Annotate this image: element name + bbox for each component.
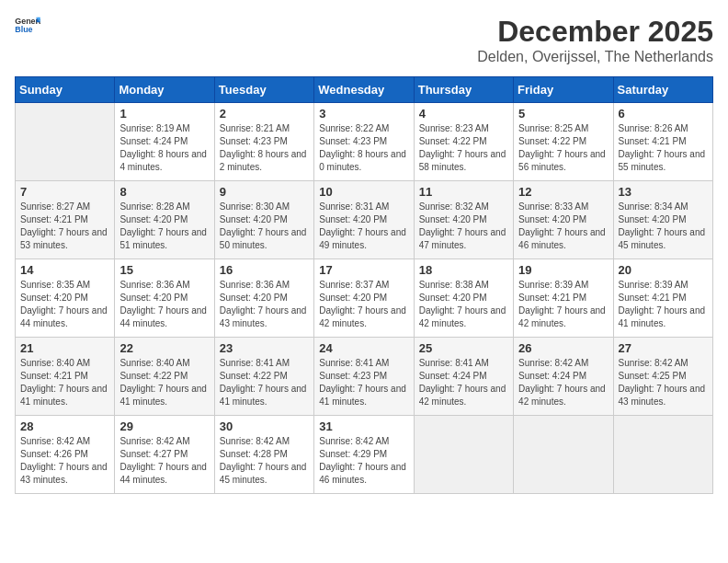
day-number: 29 <box>119 419 209 433</box>
cell-info: Sunrise: 8:36 AMSunset: 4:20 PMDaylight:… <box>119 279 209 330</box>
weekday-header-wednesday: Wednesday <box>314 77 414 103</box>
day-number: 8 <box>119 185 209 199</box>
calendar-table: SundayMondayTuesdayWednesdayThursdayFrid… <box>15 76 713 494</box>
cell-info: Sunrise: 8:42 AMSunset: 4:27 PMDaylight:… <box>119 435 209 487</box>
day-number: 15 <box>119 263 209 277</box>
calendar-week-row: 14Sunrise: 8:35 AMSunset: 4:20 PMDayligh… <box>16 259 713 338</box>
calendar-cell <box>16 103 115 181</box>
day-number: 5 <box>518 107 608 121</box>
weekday-header-sunday: Sunday <box>16 77 115 103</box>
calendar-week-row: 1Sunrise: 8:19 AMSunset: 4:24 PMDaylight… <box>16 103 713 181</box>
location-title: Delden, Overijssel, The Netherlands <box>477 49 713 65</box>
calendar-cell: 26Sunrise: 8:42 AMSunset: 4:24 PMDayligh… <box>514 338 613 416</box>
calendar-cell: 13Sunrise: 8:34 AMSunset: 4:20 PMDayligh… <box>613 181 712 259</box>
day-number: 6 <box>619 107 708 121</box>
day-number: 14 <box>20 263 109 277</box>
day-number: 23 <box>220 341 309 355</box>
cell-info: Sunrise: 8:30 AMSunset: 4:20 PMDaylight:… <box>220 201 309 252</box>
day-number: 24 <box>319 341 408 355</box>
calendar-cell: 30Sunrise: 8:42 AMSunset: 4:28 PMDayligh… <box>214 416 313 494</box>
day-number: 19 <box>518 263 608 277</box>
cell-info: Sunrise: 8:38 AMSunset: 4:20 PMDaylight:… <box>419 279 508 330</box>
calendar-cell: 2Sunrise: 8:21 AMSunset: 4:23 PMDaylight… <box>214 103 313 181</box>
day-number: 17 <box>319 263 408 277</box>
calendar-cell: 17Sunrise: 8:37 AMSunset: 4:20 PMDayligh… <box>314 259 414 338</box>
calendar-cell: 6Sunrise: 8:26 AMSunset: 4:21 PMDaylight… <box>613 103 712 181</box>
day-number: 1 <box>119 107 209 121</box>
calendar-body: 1Sunrise: 8:19 AMSunset: 4:24 PMDaylight… <box>16 103 713 494</box>
weekday-header-tuesday: Tuesday <box>214 77 313 103</box>
cell-info: Sunrise: 8:39 AMSunset: 4:21 PMDaylight:… <box>518 279 608 330</box>
calendar-cell <box>414 416 513 494</box>
calendar-cell <box>613 416 712 494</box>
calendar-week-row: 21Sunrise: 8:40 AMSunset: 4:21 PMDayligh… <box>16 338 713 416</box>
month-title: December 2025 <box>477 15 713 49</box>
calendar-cell: 19Sunrise: 8:39 AMSunset: 4:21 PMDayligh… <box>514 259 613 338</box>
calendar-cell: 1Sunrise: 8:19 AMSunset: 4:24 PMDaylight… <box>115 103 214 181</box>
day-number: 31 <box>319 419 408 433</box>
svg-text:Blue: Blue <box>15 25 32 34</box>
weekday-header-monday: Monday <box>115 77 214 103</box>
weekday-header-row: SundayMondayTuesdayWednesdayThursdayFrid… <box>16 77 713 103</box>
day-number: 2 <box>220 107 309 121</box>
weekday-header-saturday: Saturday <box>613 77 712 103</box>
calendar-week-row: 28Sunrise: 8:42 AMSunset: 4:26 PMDayligh… <box>16 416 713 494</box>
page-header: General Blue December 2025 Delden, Overi… <box>15 15 713 65</box>
cell-info: Sunrise: 8:26 AMSunset: 4:21 PMDaylight:… <box>619 122 708 174</box>
day-number: 3 <box>319 107 408 121</box>
cell-info: Sunrise: 8:35 AMSunset: 4:20 PMDaylight:… <box>20 279 109 330</box>
cell-info: Sunrise: 8:42 AMSunset: 4:25 PMDaylight:… <box>619 357 708 408</box>
cell-info: Sunrise: 8:37 AMSunset: 4:20 PMDaylight:… <box>319 279 408 330</box>
day-number: 16 <box>220 263 309 277</box>
day-number: 18 <box>419 263 508 277</box>
calendar-cell: 20Sunrise: 8:39 AMSunset: 4:21 PMDayligh… <box>613 259 712 338</box>
cell-info: Sunrise: 8:41 AMSunset: 4:23 PMDaylight:… <box>319 357 408 408</box>
calendar-cell: 7Sunrise: 8:27 AMSunset: 4:21 PMDaylight… <box>16 181 115 259</box>
cell-info: Sunrise: 8:22 AMSunset: 4:23 PMDaylight:… <box>319 122 408 174</box>
cell-info: Sunrise: 8:36 AMSunset: 4:20 PMDaylight:… <box>220 279 309 330</box>
weekday-header-friday: Friday <box>514 77 613 103</box>
calendar-cell: 28Sunrise: 8:42 AMSunset: 4:26 PMDayligh… <box>16 416 115 494</box>
cell-info: Sunrise: 8:25 AMSunset: 4:22 PMDaylight:… <box>518 122 608 174</box>
calendar-cell: 5Sunrise: 8:25 AMSunset: 4:22 PMDaylight… <box>514 103 613 181</box>
day-number: 13 <box>619 185 708 199</box>
day-number: 9 <box>220 185 309 199</box>
calendar-cell: 12Sunrise: 8:33 AMSunset: 4:20 PMDayligh… <box>514 181 613 259</box>
calendar-cell: 4Sunrise: 8:23 AMSunset: 4:22 PMDaylight… <box>414 103 513 181</box>
calendar-cell <box>514 416 613 494</box>
calendar-cell: 8Sunrise: 8:28 AMSunset: 4:20 PMDaylight… <box>115 181 214 259</box>
calendar-cell: 22Sunrise: 8:40 AMSunset: 4:22 PMDayligh… <box>115 338 214 416</box>
cell-info: Sunrise: 8:41 AMSunset: 4:24 PMDaylight:… <box>419 357 508 408</box>
calendar-cell: 24Sunrise: 8:41 AMSunset: 4:23 PMDayligh… <box>314 338 414 416</box>
cell-info: Sunrise: 8:28 AMSunset: 4:20 PMDaylight:… <box>119 201 209 252</box>
calendar-week-row: 7Sunrise: 8:27 AMSunset: 4:21 PMDaylight… <box>16 181 713 259</box>
calendar-cell: 27Sunrise: 8:42 AMSunset: 4:25 PMDayligh… <box>613 338 712 416</box>
cell-info: Sunrise: 8:41 AMSunset: 4:22 PMDaylight:… <box>220 357 309 408</box>
day-number: 26 <box>518 341 608 355</box>
day-number: 30 <box>220 419 309 433</box>
day-number: 11 <box>419 185 508 199</box>
cell-info: Sunrise: 8:42 AMSunset: 4:28 PMDaylight:… <box>220 435 309 487</box>
day-number: 20 <box>619 263 708 277</box>
day-number: 7 <box>20 185 109 199</box>
day-number: 28 <box>20 419 109 433</box>
calendar-cell: 15Sunrise: 8:36 AMSunset: 4:20 PMDayligh… <box>115 259 214 338</box>
calendar-cell: 23Sunrise: 8:41 AMSunset: 4:22 PMDayligh… <box>214 338 313 416</box>
calendar-cell: 25Sunrise: 8:41 AMSunset: 4:24 PMDayligh… <box>414 338 513 416</box>
logo-icon: General Blue <box>15 15 40 35</box>
calendar-cell: 14Sunrise: 8:35 AMSunset: 4:20 PMDayligh… <box>16 259 115 338</box>
weekday-header-thursday: Thursday <box>414 77 513 103</box>
cell-info: Sunrise: 8:21 AMSunset: 4:23 PMDaylight:… <box>220 122 309 174</box>
day-number: 21 <box>20 341 109 355</box>
calendar-cell: 29Sunrise: 8:42 AMSunset: 4:27 PMDayligh… <box>115 416 214 494</box>
cell-info: Sunrise: 8:34 AMSunset: 4:20 PMDaylight:… <box>619 201 708 252</box>
title-block: December 2025 Delden, Overijssel, The Ne… <box>477 15 713 65</box>
cell-info: Sunrise: 8:42 AMSunset: 4:29 PMDaylight:… <box>319 435 408 487</box>
calendar-cell: 3Sunrise: 8:22 AMSunset: 4:23 PMDaylight… <box>314 103 414 181</box>
cell-info: Sunrise: 8:32 AMSunset: 4:20 PMDaylight:… <box>419 201 508 252</box>
cell-info: Sunrise: 8:42 AMSunset: 4:26 PMDaylight:… <box>20 435 109 487</box>
day-number: 12 <box>518 185 608 199</box>
cell-info: Sunrise: 8:42 AMSunset: 4:24 PMDaylight:… <box>518 357 608 408</box>
cell-info: Sunrise: 8:31 AMSunset: 4:20 PMDaylight:… <box>319 201 408 252</box>
cell-info: Sunrise: 8:39 AMSunset: 4:21 PMDaylight:… <box>619 279 708 330</box>
